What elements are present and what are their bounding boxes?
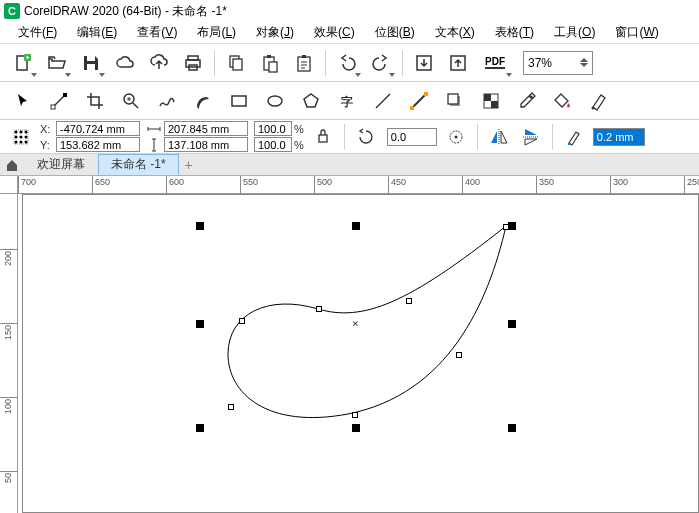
new-doc-button[interactable]: [8, 48, 38, 78]
pdf-export-button[interactable]: PDF: [477, 48, 513, 78]
curve-node[interactable]: [352, 412, 358, 418]
lock-ratio-button[interactable]: [310, 124, 336, 150]
open-button[interactable]: [42, 48, 72, 78]
outline-width-input[interactable]: [593, 128, 645, 146]
rectangle-tool[interactable]: [224, 86, 254, 116]
y-position-input[interactable]: [56, 137, 140, 152]
selection-center-icon: ×: [352, 317, 359, 330]
line-tool[interactable]: [368, 86, 398, 116]
svg-point-38: [20, 140, 23, 143]
curve-node[interactable]: [503, 224, 509, 230]
dimension-tool[interactable]: [404, 86, 434, 116]
tab-home-icon[interactable]: [2, 155, 22, 175]
selection-handle-w[interactable]: [196, 320, 204, 328]
selection-handle-e[interactable]: [508, 320, 516, 328]
selection-handle-nw[interactable]: [196, 222, 204, 230]
fill-tool[interactable]: [548, 86, 578, 116]
svg-point-31: [15, 130, 18, 133]
mirror-h-button[interactable]: [486, 124, 512, 150]
svg-point-36: [25, 135, 28, 138]
zoom-level-input[interactable]: [523, 51, 593, 75]
clipboard-button[interactable]: [289, 48, 319, 78]
menu-edit[interactable]: 编辑(E): [67, 21, 127, 44]
drop-shadow-tool[interactable]: [440, 86, 470, 116]
selection-handle-s[interactable]: [352, 424, 360, 432]
height-input[interactable]: [164, 137, 248, 152]
svg-rect-11: [269, 62, 277, 72]
paste-button[interactable]: [255, 48, 285, 78]
ellipse-tool[interactable]: [260, 86, 290, 116]
tab-add-button[interactable]: +: [179, 155, 199, 175]
mirror-v-button[interactable]: [518, 124, 544, 150]
tab-document[interactable]: 未命名 -1*: [98, 154, 179, 175]
save-button[interactable]: [76, 48, 106, 78]
tab-welcome[interactable]: 欢迎屏幕: [24, 154, 98, 175]
outline-pen-tool[interactable]: [584, 86, 614, 116]
menu-objects[interactable]: 对象(J): [246, 21, 304, 44]
menu-table[interactable]: 表格(T): [485, 21, 544, 44]
svg-rect-8: [233, 59, 242, 70]
menu-view[interactable]: 查看(V): [127, 21, 187, 44]
outline-pen-icon[interactable]: [561, 124, 587, 150]
menu-file[interactable]: 文件(F): [8, 21, 67, 44]
rotation-center-button[interactable]: [443, 124, 469, 150]
selection-handle-n[interactable]: [352, 222, 360, 230]
cloud-button[interactable]: [110, 48, 140, 78]
selection-handle-ne[interactable]: [508, 222, 516, 230]
scale-y-input[interactable]: [254, 137, 292, 152]
menu-text[interactable]: 文本(X): [425, 21, 485, 44]
ruler-corner[interactable]: [0, 176, 18, 194]
svg-rect-43: [568, 143, 571, 145]
export-button[interactable]: [443, 48, 473, 78]
shape-tool[interactable]: [44, 86, 74, 116]
import-button[interactable]: [409, 48, 439, 78]
ruler-vertical[interactable]: 20015010050: [0, 194, 18, 513]
crop-tool[interactable]: [80, 86, 110, 116]
transparency-tool[interactable]: [476, 86, 506, 116]
ruler-horizontal[interactable]: 700650600550500450400350300250: [18, 176, 699, 194]
freehand-tool[interactable]: [152, 86, 182, 116]
polygon-tool[interactable]: [296, 86, 326, 116]
menu-layout[interactable]: 布局(L): [187, 21, 246, 44]
svg-rect-28: [491, 101, 498, 108]
canvas[interactable]: ×: [18, 194, 699, 513]
menu-bitmaps[interactable]: 位图(B): [365, 21, 425, 44]
svg-rect-2: [87, 56, 95, 61]
curve-node[interactable]: [406, 298, 412, 304]
undo-button[interactable]: [332, 48, 362, 78]
selection-handle-sw[interactable]: [196, 424, 204, 432]
print-button[interactable]: [178, 48, 208, 78]
zoom-input[interactable]: [528, 56, 572, 70]
title-bar: C CorelDRAW 2020 (64-Bit) - 未命名 -1*: [0, 0, 699, 22]
width-icon: [146, 122, 162, 136]
scale-group: % %: [254, 121, 304, 152]
width-input[interactable]: [164, 121, 248, 136]
svg-point-32: [20, 130, 23, 133]
cloud-upload-button[interactable]: [144, 48, 174, 78]
svg-point-37: [15, 140, 18, 143]
scale-x-input[interactable]: [254, 121, 292, 136]
x-position-input[interactable]: [56, 121, 140, 136]
eyedropper-tool[interactable]: [512, 86, 542, 116]
svg-text:字: 字: [341, 95, 353, 109]
menu-effects[interactable]: 效果(C): [304, 21, 365, 44]
svg-rect-13: [302, 55, 306, 58]
percent-label-2: %: [294, 139, 304, 151]
curve-node[interactable]: [228, 404, 234, 410]
artistic-media-tool[interactable]: [188, 86, 218, 116]
pick-tool[interactable]: [8, 86, 38, 116]
text-tool[interactable]: 字: [332, 86, 362, 116]
object-origin-button[interactable]: [8, 124, 34, 150]
curve-node[interactable]: [239, 318, 245, 324]
selection-handle-se[interactable]: [508, 424, 516, 432]
zoom-tool[interactable]: [116, 86, 146, 116]
document-tabs: 欢迎屏幕 未命名 -1* +: [0, 154, 699, 176]
property-bar: X: Y: % %: [0, 120, 699, 154]
menu-window[interactable]: 窗口(W): [605, 21, 668, 44]
redo-button[interactable]: [366, 48, 396, 78]
menu-tools[interactable]: 工具(O): [544, 21, 605, 44]
rotation-angle-input[interactable]: [387, 128, 437, 146]
copy-button[interactable]: [221, 48, 251, 78]
curve-node[interactable]: [456, 352, 462, 358]
curve-node[interactable]: [316, 306, 322, 312]
